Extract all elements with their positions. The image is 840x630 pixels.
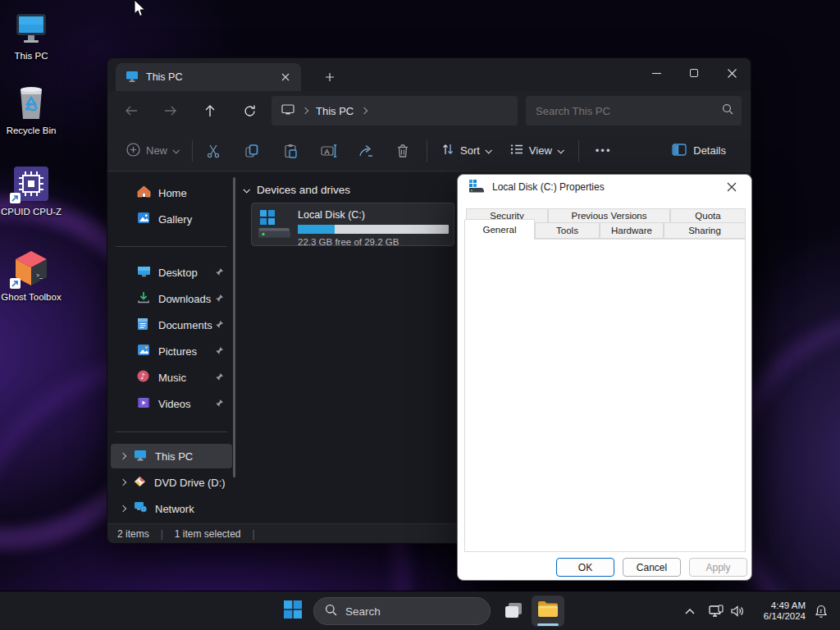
back-button[interactable] xyxy=(117,98,145,124)
cut-button[interactable] xyxy=(199,137,227,165)
view-list-icon xyxy=(510,144,523,158)
sidebar-item-documents[interactable]: Documents xyxy=(111,313,232,337)
desktop-icon-ghost-toolbox[interactable]: >_ Ghost Toolbox xyxy=(0,251,66,303)
hidden-icons-chevron[interactable] xyxy=(679,600,701,623)
breadcrumb[interactable]: This PC xyxy=(272,96,518,126)
sidebar-separator xyxy=(116,246,227,247)
taskbar-search-box[interactable]: Search xyxy=(313,597,491,625)
recycle-bin-icon xyxy=(15,83,48,122)
delete-button[interactable] xyxy=(389,137,417,165)
network-tray-icon[interactable] xyxy=(705,600,727,623)
sidebar-item-dvd-drive[interactable]: DVD Drive (D:) V xyxy=(111,470,232,495)
sidebar-item-pictures[interactable]: Pictures xyxy=(111,339,232,363)
view-button-label: View xyxy=(529,144,552,157)
section-header-devices-and-drives[interactable]: Devices and drives xyxy=(244,184,350,196)
chevron-right-icon xyxy=(361,107,368,114)
sidebar-item-downloads[interactable]: Downloads xyxy=(111,286,232,311)
search-icon xyxy=(722,103,733,118)
up-button[interactable] xyxy=(196,98,224,124)
tab-label: Tools xyxy=(556,226,578,235)
volume-icon[interactable] xyxy=(727,600,748,623)
tab-label: Previous Versions xyxy=(571,211,646,221)
explorer-search-box[interactable] xyxy=(526,96,742,126)
tab-general[interactable]: General xyxy=(464,219,535,240)
ok-button[interactable]: OK xyxy=(556,558,614,577)
dialog-close-button[interactable] xyxy=(715,176,748,198)
taskbar-clock[interactable]: 4:49 AM 6/14/2024 xyxy=(755,600,806,623)
windows-logo-icon xyxy=(283,600,303,623)
sidebar-item-desktop[interactable]: Desktop xyxy=(111,260,232,285)
apply-button-label: Apply xyxy=(705,562,730,573)
drive-name: Local Disk (C:) xyxy=(298,209,449,221)
close-button[interactable] xyxy=(713,58,751,88)
toolbar-separator xyxy=(192,140,193,162)
desktop-icon-this-pc[interactable]: This PC xyxy=(0,10,66,62)
sidebar-scrollbar[interactable] xyxy=(233,177,235,477)
share-button[interactable] xyxy=(352,137,380,165)
forward-button[interactable] xyxy=(157,98,185,124)
tab-close-button[interactable] xyxy=(276,68,294,86)
explorer-search-input[interactable] xyxy=(536,105,722,117)
more-options-button[interactable]: ••• xyxy=(586,144,622,157)
paste-button[interactable] xyxy=(276,137,304,165)
file-explorer-taskbar-button[interactable] xyxy=(532,596,564,627)
details-pane-button[interactable]: Details xyxy=(672,144,726,158)
hard-drive-icon xyxy=(257,208,291,240)
toolbar-separator xyxy=(578,140,579,162)
sidebar-item-network[interactable]: Network xyxy=(111,496,232,521)
command-bar: New A Sort View ••• Details xyxy=(107,130,751,171)
tab-sharing[interactable]: Sharing xyxy=(664,222,746,239)
status-separator: | xyxy=(161,528,163,540)
section-title: Devices and drives xyxy=(257,184,350,196)
items-count: 2 items xyxy=(117,528,149,540)
copy-button[interactable] xyxy=(238,137,266,165)
clock-date: 6/14/2024 xyxy=(755,611,806,623)
pin-icon xyxy=(215,319,224,331)
chevron-down-icon xyxy=(172,147,179,153)
desktop-icon-cpuz[interactable]: CPUID CPU-Z xyxy=(0,166,66,217)
new-tab-button[interactable] xyxy=(319,66,340,88)
view-button[interactable]: View xyxy=(503,138,570,163)
maximize-button[interactable] xyxy=(675,58,713,88)
tab-hardware[interactable]: Hardware xyxy=(600,222,664,239)
plus-circle-icon xyxy=(126,143,140,159)
refresh-button[interactable] xyxy=(235,98,263,124)
svg-text:z: z xyxy=(819,608,822,614)
notification-bell-icon[interactable]: z xyxy=(810,600,832,623)
drive-tile-local-disk-c[interactable]: Local Disk (C:) 22.3 GB free of 29.2 GB xyxy=(251,203,454,246)
properties-dialog: Local Disk (C:) Properties Security Prev… xyxy=(457,174,752,581)
selection-count: 1 item selected xyxy=(175,528,241,540)
shortcut-arrow-icon xyxy=(10,278,21,289)
start-button[interactable] xyxy=(282,600,304,622)
explorer-tab-strip: This PC xyxy=(107,58,751,91)
sidebar-item-videos[interactable]: Videos xyxy=(111,391,232,416)
apply-button[interactable]: Apply xyxy=(689,558,747,577)
pin-icon xyxy=(215,398,224,410)
details-pane-icon xyxy=(672,144,687,158)
explorer-tab-this-pc[interactable]: This PC xyxy=(116,63,301,91)
sidebar-item-home[interactable]: Home xyxy=(111,180,232,205)
new-button[interactable]: New xyxy=(119,137,185,165)
cancel-button[interactable]: Cancel xyxy=(623,558,681,577)
sidebar-item-gallery[interactable]: Gallery xyxy=(111,207,232,231)
pin-icon xyxy=(215,345,224,358)
sidebar-item-music[interactable]: ♪ Music xyxy=(111,365,232,390)
task-view-button[interactable] xyxy=(500,600,527,624)
sort-button[interactable]: Sort xyxy=(434,137,498,164)
cancel-button-label: Cancel xyxy=(637,562,667,573)
breadcrumb-this-pc[interactable]: This PC xyxy=(316,105,354,117)
chevron-down-icon xyxy=(243,186,249,193)
chevron-down-icon xyxy=(485,147,491,153)
pictures-icon xyxy=(137,344,150,358)
tab-quota[interactable]: Quota xyxy=(670,208,746,223)
sidebar-item-label: Desktop xyxy=(158,267,198,279)
sidebar-item-this-pc[interactable]: This PC xyxy=(111,444,232,468)
tab-label: Quota xyxy=(695,211,720,221)
new-button-label: New xyxy=(146,144,167,157)
tab-tools[interactable]: Tools xyxy=(535,222,600,239)
chevron-right-icon xyxy=(120,453,126,459)
minimize-button[interactable] xyxy=(637,58,675,88)
desktop-icon-recycle-bin[interactable]: Recycle Bin xyxy=(0,84,66,136)
rename-button[interactable]: A xyxy=(315,137,343,165)
tab-previous-versions[interactable]: Previous Versions xyxy=(548,208,670,223)
